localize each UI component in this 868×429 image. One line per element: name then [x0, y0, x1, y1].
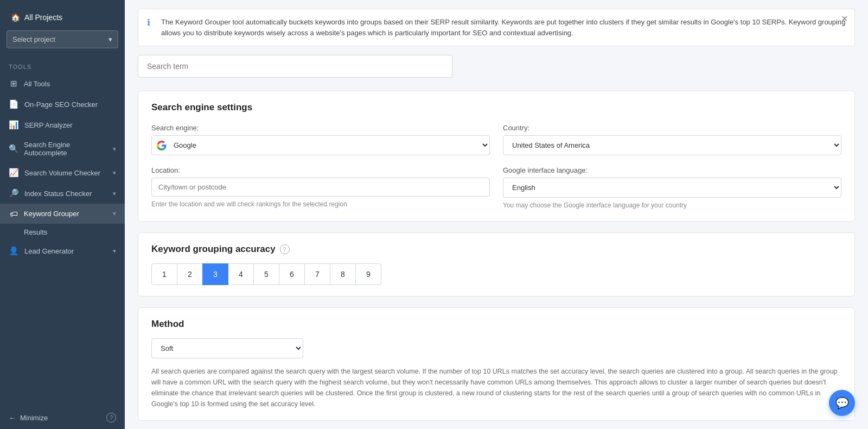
accuracy-btn-8[interactable]: 8	[330, 263, 356, 285]
sidebar-item-all-tools[interactable]: ⊞ All Tools	[0, 73, 125, 94]
home-icon: 🏠	[11, 13, 20, 22]
sidebar-item-label: Lead Generator	[24, 247, 74, 255]
tools-section-label: TOOLS	[0, 57, 125, 73]
country-field: Country: United States of America United…	[503, 124, 841, 155]
lead-icon: 👤	[9, 246, 19, 256]
banner-close-button[interactable]: ✕	[841, 15, 848, 23]
method-select[interactable]: Soft Hard Strong	[151, 338, 303, 358]
search-engine-settings-section: Search engine settings Search engine: Go	[138, 91, 855, 222]
accuracy-help-icon[interactable]: ?	[280, 244, 290, 254]
accuracy-btn-1[interactable]: 1	[151, 263, 177, 285]
chevron-down-icon: ▾	[113, 210, 116, 217]
method-section: Method Soft Hard Strong All search queri…	[138, 307, 855, 421]
sidebar-item-label: Index Status Checker	[24, 190, 92, 198]
method-select-wrapper: Soft Hard Strong	[151, 338, 841, 358]
info-icon: ℹ	[147, 17, 156, 28]
sidebar-item-lead-generator[interactable]: 👤 Lead Generator ▾	[0, 241, 125, 261]
trending-icon: 📈	[9, 168, 19, 178]
sidebar-item-label: All Tools	[24, 80, 50, 88]
help-icon[interactable]: ?	[106, 413, 116, 422]
search-engine-select[interactable]: Google Bing Yahoo	[151, 135, 490, 155]
chat-icon: 💬	[835, 396, 849, 409]
location-input[interactable]	[151, 178, 490, 197]
country-select[interactable]: United States of America United Kingdom …	[503, 135, 841, 155]
banner-text: The Keyword Grouper tool automatically b…	[161, 17, 846, 38]
all-projects-label: All Projects	[24, 13, 62, 22]
all-projects-button[interactable]: 🏠 All Projects	[7, 9, 118, 26]
sidebar-item-keyword-grouper[interactable]: 🏷 Keyword Grouper ▾	[0, 204, 125, 224]
info-banner: ℹ The Keyword Grouper tool automatically…	[138, 9, 855, 46]
sidebar-item-on-page-seo[interactable]: 📄 On-Page SEO Checker	[0, 94, 125, 115]
sidebar-item-index-status-checker[interactable]: 🔎 Index Status Checker ▾	[0, 183, 125, 204]
chevron-right-icon: ▾	[113, 146, 116, 153]
accuracy-btn-6[interactable]: 6	[279, 263, 305, 285]
sidebar-item-search-engine-autocomplete[interactable]: 🔍 Search Engine Autocomplete ▾	[0, 135, 125, 162]
results-label: Results	[24, 228, 47, 236]
sidebar-item-label: SERP Analyzer	[24, 121, 73, 129]
document-icon: 📄	[9, 99, 19, 109]
magnify-icon: 🔎	[9, 188, 19, 198]
sidebar: 🏠 All Projects Select project ▾ TOOLS ⊞ …	[0, 0, 125, 429]
search-engine-settings-title: Search engine settings	[151, 102, 841, 113]
keyword-grouping-accuracy-section: Keyword grouping accuracy ? 1 2 3 4 5 6 …	[138, 232, 855, 296]
method-description: All search queries are compared against …	[151, 366, 841, 409]
chevron-right-icon: ▾	[113, 190, 116, 197]
accuracy-btn-2[interactable]: 2	[177, 263, 203, 285]
search-engine-field: Search engine: Google Bing Yahoo	[151, 124, 490, 155]
accuracy-title: Keyword grouping accuracy	[151, 244, 276, 255]
chart-icon: 📊	[9, 120, 19, 130]
accuracy-btn-7[interactable]: 7	[304, 263, 330, 285]
chevron-right-icon: ▾	[113, 169, 116, 176]
minimize-arrow-icon: ←	[9, 414, 16, 422]
search-term-wrapper	[138, 55, 855, 78]
project-select-label: Select project	[12, 35, 55, 43]
sidebar-sub-item-results[interactable]: Results	[0, 224, 125, 241]
country-label: Country:	[503, 124, 841, 132]
location-field: Location: Enter the location and we will…	[151, 166, 490, 210]
method-title: Method	[151, 319, 841, 330]
chevron-right-icon: ▾	[113, 248, 116, 255]
language-select[interactable]: English Spanish French German	[503, 178, 841, 198]
accuracy-btn-5[interactable]: 5	[253, 263, 279, 285]
minimize-button[interactable]: ← Minimize ?	[0, 406, 125, 429]
location-hint: Enter the location and we will check ran…	[151, 200, 490, 209]
language-hint: You may choose the Google interface lang…	[503, 201, 841, 210]
accuracy-btn-3[interactable]: 3	[202, 263, 228, 285]
sidebar-item-label: Keyword Grouper	[24, 210, 79, 218]
sidebar-item-serp-analyzer[interactable]: 📊 SERP Analyzer	[0, 115, 125, 135]
accuracy-btn-9[interactable]: 9	[355, 263, 381, 285]
sidebar-item-search-volume-checker[interactable]: 📈 Search Volume Checker ▾	[0, 162, 125, 183]
chevron-down-icon: ▾	[108, 35, 112, 43]
search-engine-label: Search engine:	[151, 124, 490, 132]
chat-bubble-button[interactable]: 💬	[829, 390, 855, 416]
sidebar-item-label: On-Page SEO Checker	[24, 100, 98, 109]
location-label: Location:	[151, 166, 490, 174]
search-term-input[interactable]	[138, 55, 452, 78]
accuracy-buttons-group: 1 2 3 4 5 6 7 8 9	[151, 263, 841, 285]
search-icon: 🔍	[9, 144, 18, 154]
sidebar-item-label: Search Volume Checker	[24, 169, 100, 177]
language-label: Google interface language:	[503, 166, 841, 174]
main-content: ℹ The Keyword Grouper tool automatically…	[125, 0, 868, 429]
sidebar-item-label: Search Engine Autocomplete	[24, 141, 107, 157]
grid-icon: ⊞	[9, 79, 18, 89]
project-select-dropdown[interactable]: Select project ▾	[7, 30, 118, 48]
accuracy-btn-4[interactable]: 4	[228, 263, 254, 285]
tag-icon: 🏷	[9, 209, 18, 218]
minimize-label: Minimize	[20, 414, 48, 422]
language-field: Google interface language: English Spani…	[503, 166, 841, 210]
